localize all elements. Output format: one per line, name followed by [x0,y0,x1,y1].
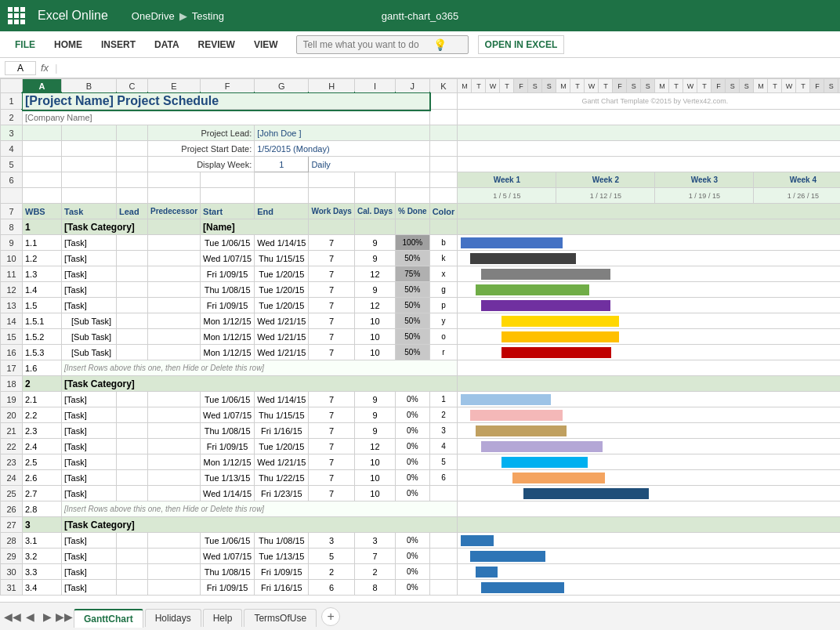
cell-workdays-28[interactable]: 3 [309,533,355,549]
cell-end-10[interactable]: Thu 1/15/15 [255,251,309,266]
cell-workdays-15[interactable]: 7 [309,329,355,345]
cell-workdays-10[interactable]: 7 [309,251,355,266]
cell-end-15[interactable]: Wed 1/21/15 [255,329,309,345]
cell-wbs-23[interactable]: 2.5 [23,454,62,470]
cell-pred-9[interactable] [148,235,201,251]
cell-wbs-19[interactable]: 2.1 [23,392,62,407]
cell-workdays-22[interactable]: 7 [309,439,355,454]
cell-task-25[interactable]: [Task] [62,486,117,501]
cell-start-11[interactable]: Fri 1/09/15 [201,266,255,282]
cell-end-24[interactable]: Thu 1/22/15 [255,470,309,486]
cell-color-23[interactable]: 5 [429,454,458,470]
cell-lead-11[interactable] [117,266,148,282]
cell-wbs-28[interactable]: 3.1 [23,533,62,549]
cell-A2[interactable]: [Company Name] [23,110,430,125]
cell-pct-22[interactable]: 0% [395,439,429,454]
cell-color-24[interactable]: 6 [429,470,458,486]
cell-caldays-23[interactable]: 10 [354,454,395,470]
cell-task-12[interactable]: [Task] [62,282,117,298]
cell-pct-10[interactable]: 50% [395,251,429,266]
cell-task-11[interactable]: [Task] [62,266,117,282]
cell-pred-28[interactable] [148,533,201,549]
cell-end-29[interactable]: Tue 1/13/15 [255,549,309,564]
cell-workdays-14[interactable]: 7 [309,313,355,329]
add-sheet-button[interactable]: + [321,607,340,612]
col-Th1[interactable]: T [500,79,514,93]
cell-lead-25[interactable] [117,486,148,501]
menu-view[interactable]: VIEW [245,35,287,54]
cell-wbs-8[interactable]: 1 [23,219,62,235]
cell-wbs-12[interactable]: 1.4 [23,282,62,298]
cell-color-25[interactable] [429,486,458,501]
col-M5[interactable]: M [754,79,768,93]
cell-task-21[interactable]: [Task] [62,423,117,439]
cell-pct-25[interactable]: 0% [395,486,429,501]
cell-end-13[interactable]: Tue 1/20/15 [255,298,309,313]
cell-start-9[interactable]: Tue 1/06/15 [201,235,255,251]
menu-insert[interactable]: INSERT [92,35,144,54]
tab-holidays[interactable]: Holidays [145,609,201,611]
col-header-F[interactable]: F [201,79,255,93]
cell-caldays-21[interactable]: 9 [354,423,395,439]
cell-workdays-12[interactable]: 7 [309,282,355,298]
cell-color-14[interactable]: y [429,313,458,329]
cell-workdays-16[interactable]: 7 [309,345,355,360]
cell-workdays-21[interactable]: 7 [309,423,355,439]
cell-start-29[interactable]: Wed 1/07/15 [201,549,255,564]
cell-color-15[interactable]: o [429,329,458,345]
cell-pred-24[interactable] [148,470,201,486]
sheet-container[interactable]: A B C E F G H I J K M T W T F S S M T W [0,78,840,602]
cell-end-28[interactable]: Thu 1/08/15 [255,533,309,549]
cell-start-19[interactable]: Tue 1/06/15 [201,392,255,407]
cell-end-22[interactable]: Tue 1/20/15 [255,439,309,454]
cell-wbs-20[interactable]: 2.2 [23,407,62,423]
cell-lead-16[interactable] [117,345,148,360]
cell-wbs-27[interactable]: 3 [23,517,62,533]
cell-pct-29[interactable]: 0% [395,549,429,564]
cell-lead-10[interactable] [117,251,148,266]
cell-caldays-24[interactable]: 10 [354,470,395,486]
cell-lead-21[interactable] [117,423,148,439]
cell-pct-28[interactable]: 0% [395,533,429,549]
cell-caldays-19[interactable]: 9 [354,392,395,407]
col-header-B[interactable]: B [62,79,117,93]
col-header-J[interactable]: J [395,79,429,93]
cell-task-27[interactable]: [Task Category] [62,517,458,533]
open-in-excel-button[interactable]: OPEN IN EXCEL [478,35,565,54]
cell-pred-12[interactable] [148,282,201,298]
tab-nav-prev[interactable]: ◀ [22,609,38,612]
cell-caldays-14[interactable]: 10 [354,313,395,329]
col-header-K[interactable]: K [429,79,458,93]
cell-color-13[interactable]: p [429,298,458,313]
col-header-A[interactable]: A [23,79,62,93]
cell-caldays-12[interactable]: 9 [354,282,395,298]
cell-workdays-30[interactable]: 2 [309,564,355,580]
col-S4[interactable]: S [641,79,655,93]
cell-lead-13[interactable] [117,298,148,313]
cell-lead-23[interactable] [117,454,148,470]
cell-start-31[interactable]: Fri 1/09/15 [201,580,255,596]
cell-wbs-13[interactable]: 1.5 [23,298,62,313]
start-date-value[interactable]: 1/5/2015 (Monday) [255,141,429,157]
cell-pct-20[interactable]: 0% [395,407,429,423]
cell-caldays-9[interactable]: 9 [354,235,395,251]
cell-lead-9[interactable] [117,235,148,251]
cell-start-28[interactable]: Tue 1/06/15 [201,533,255,549]
col-header-C[interactable]: C [117,79,148,93]
cell-workdays-31[interactable]: 6 [309,580,355,596]
col-header-I[interactable]: I [354,79,395,93]
cell-color-28[interactable] [429,533,458,549]
cell-workdays-23[interactable]: 7 [309,454,355,470]
col-header-E[interactable]: E [148,79,201,93]
cell-wbs-14[interactable]: 1.5.1 [23,313,62,329]
cell-end-21[interactable]: Fri 1/16/15 [255,423,309,439]
cell-pct-15[interactable]: 50% [395,329,429,345]
cell-pred-29[interactable] [148,549,201,564]
col-header-G[interactable]: G [255,79,309,93]
col-T5[interactable]: T [768,79,782,93]
cell-task-9[interactable]: [Task] [62,235,117,251]
cell-end-11[interactable]: Tue 1/20/15 [255,266,309,282]
col-F1[interactable]: F [514,79,528,93]
cell-pct-24[interactable]: 0% [395,470,429,486]
proj-lead-value[interactable]: [John Doe ] [255,125,429,141]
